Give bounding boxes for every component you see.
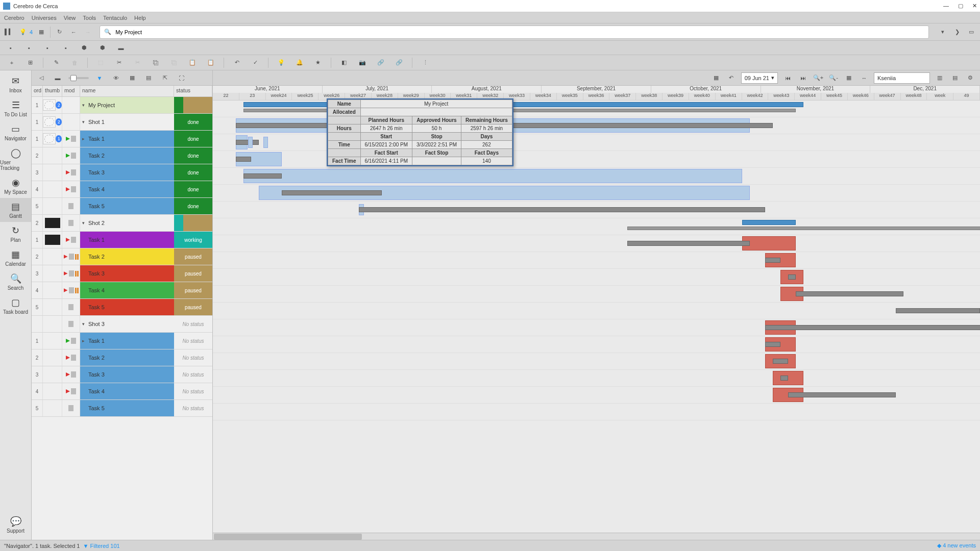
task-row[interactable]: 1 1 ▸Task 1 done [32, 131, 212, 147]
status-events[interactable]: 4 new events [943, 542, 976, 548]
task-row[interactable]: 2 Task 2 No status [32, 349, 212, 366]
panel-toggle-icon[interactable]: ▌▍ [3, 27, 14, 38]
back-icon[interactable]: ← [68, 27, 79, 38]
gantt-zoomout-icon[interactable]: 🔍- [828, 72, 839, 84]
task-row[interactable]: 3 Task 3 paused [32, 265, 212, 282]
gantt-bar[interactable] [742, 220, 796, 225]
gantt-row[interactable] [213, 269, 980, 286]
gantt-row[interactable] [213, 387, 980, 404]
bulb-icon[interactable]: 💡 [17, 27, 29, 38]
refresh-icon[interactable]: ↻ [54, 27, 65, 38]
move-icon[interactable]: ⬚ [95, 57, 106, 68]
gantt-undo-icon[interactable]: ↶ [726, 72, 737, 84]
gantt-row[interactable] [213, 235, 980, 252]
save-icon[interactable]: ▪ [5, 42, 16, 54]
nav-inbox[interactable]: ✉Inbox [0, 72, 31, 96]
gantt-last-icon[interactable]: ⏭ [797, 72, 808, 84]
col-ord[interactable]: ord [32, 86, 43, 96]
gantt-row[interactable] [213, 404, 980, 420]
menu-cerebro[interactable]: Cerebro [4, 15, 24, 21]
gantt-row[interactable] [213, 185, 980, 202]
status-filter[interactable]: Filtered 101 [90, 543, 120, 549]
edit-icon[interactable]: ✎ [51, 57, 62, 68]
paste-icon[interactable]: 📋 [187, 57, 198, 68]
nav-user-tracking[interactable]: ◯User Tracking [0, 144, 31, 174]
zoom-slider[interactable] [68, 77, 89, 79]
delete-icon[interactable]: 🗑 [69, 57, 80, 68]
terminal-icon[interactable]: ▬ [115, 42, 127, 54]
save-as-icon[interactable]: ▪ [23, 42, 35, 54]
view-mode-icon[interactable]: ▬ [52, 72, 63, 84]
nav-support[interactable]: 💬Support [0, 513, 31, 537]
window-icon[interactable]: ▭ [966, 27, 977, 38]
menu-view[interactable]: View [64, 15, 76, 21]
tag-icon[interactable]: ◧ [338, 57, 350, 68]
eye-icon[interactable]: 👁 [110, 72, 121, 84]
cut2-icon[interactable]: ✂ [132, 57, 143, 68]
gantt-row[interactable] [213, 252, 980, 269]
task-row[interactable]: 3 Task 3 done [32, 164, 212, 181]
gantt-bar[interactable] [236, 157, 251, 162]
task-row[interactable]: 2 ▾Shot 2 [32, 215, 212, 232]
gantt-user-select[interactable]: Kseniia [874, 72, 930, 84]
gantt-bar[interactable] [788, 274, 796, 280]
gantt-row[interactable] [213, 303, 980, 319]
gantt-bar[interactable] [796, 291, 903, 296]
gantt-zoomin-icon[interactable]: 🔍+ [813, 72, 824, 84]
gantt-row[interactable] [213, 202, 980, 218]
gantt-bar[interactable] [742, 236, 796, 251]
add-multi-icon[interactable]: ⊞ [24, 57, 36, 68]
grid-icon[interactable]: ▦ [36, 27, 47, 38]
gantt-bar[interactable] [765, 325, 980, 330]
gantt-row[interactable] [213, 218, 980, 235]
gantt-bar[interactable] [627, 227, 980, 230]
next-icon[interactable]: ❯ [951, 27, 963, 38]
bulb2-icon[interactable]: 💡 [276, 57, 287, 68]
gantt-settings-icon[interactable]: ⚙ [965, 72, 976, 84]
gantt-export-icon[interactable]: ▤ [949, 72, 961, 84]
collapse-left-icon[interactable]: ◁ [36, 72, 47, 84]
cube2-icon[interactable]: ⬢ [97, 42, 108, 54]
close-button[interactable]: ✕ [972, 3, 977, 9]
export-icon[interactable]: ▪ [42, 42, 53, 54]
copy-icon[interactable]: ⿻ [150, 57, 161, 68]
gantt-bars-icon[interactable]: ▥ [934, 72, 945, 84]
task-row[interactable]: 2 Task 2 done [32, 147, 212, 164]
bell-icon[interactable]: 🔔 [294, 57, 305, 68]
task-row[interactable]: 1 2 ▾Shot 1 done [32, 114, 212, 131]
camera-icon[interactable]: 📷 [357, 57, 368, 68]
task-row[interactable]: 4 Task 4 done [32, 181, 212, 198]
copy2-icon[interactable]: ⿻ [168, 57, 180, 68]
gantt-row[interactable] [213, 168, 980, 185]
gantt-view-icon[interactable]: ▦ [710, 72, 722, 84]
gantt-row[interactable] [213, 319, 980, 336]
gantt-date-picker[interactable]: 09 Jun 21 ▾ [741, 72, 778, 84]
nav-navigator[interactable]: ▭Navigator [0, 120, 31, 144]
gantt-today-icon[interactable]: ▦ [843, 72, 854, 84]
nav-task-board[interactable]: ▢Task board [0, 294, 31, 318]
paste2-icon[interactable]: 📋 [205, 57, 216, 68]
cube-icon[interactable]: ⬢ [79, 42, 90, 54]
forward-icon[interactable]: → [82, 27, 93, 38]
undo-icon[interactable]: ↶ [231, 57, 242, 68]
import-icon[interactable]: ▪ [60, 42, 71, 54]
link-icon[interactable]: 🔗 [375, 57, 386, 68]
task-row[interactable]: 1 Task 1 working [32, 232, 212, 248]
menu-tentaculo[interactable]: Tentaculo [103, 15, 127, 21]
gantt-row[interactable] [213, 353, 980, 370]
nav-search[interactable]: 🔍Search [0, 270, 31, 294]
more-icon[interactable]: ⋮ [420, 57, 431, 68]
col-name[interactable]: name [80, 86, 174, 96]
gantt-bar[interactable] [896, 308, 980, 313]
check-icon[interactable]: ✓ [250, 57, 261, 68]
col-thumb[interactable]: thumb [43, 86, 62, 96]
nav-calendar[interactable]: ▦Calendar [0, 246, 31, 270]
task-row[interactable]: 4 Task 4 paused [32, 282, 212, 299]
minimize-button[interactable]: — [943, 3, 949, 9]
task-row[interactable]: 3 Task 3 No status [32, 366, 212, 383]
gantt-hscroll[interactable] [213, 533, 980, 540]
gantt-bar[interactable] [236, 140, 259, 145]
gantt-bar[interactable] [359, 207, 766, 212]
task-row[interactable]: 5 Task 5 paused [32, 299, 212, 316]
task-row[interactable]: 5 Task 5 done [32, 198, 212, 215]
